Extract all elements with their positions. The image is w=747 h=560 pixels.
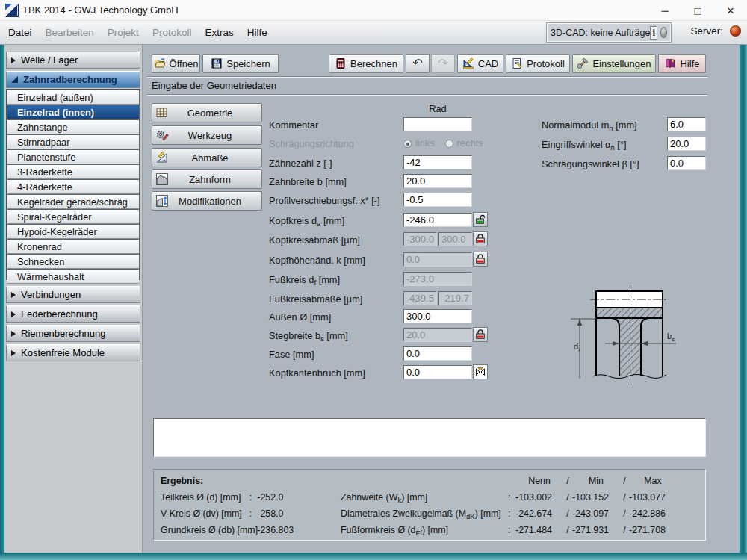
sidebar-item-stirnradpaar[interactable]: Stirnradpaar bbox=[7, 135, 139, 149]
column-header-rad: Rad bbox=[403, 103, 472, 114]
helix-angle-input[interactable] bbox=[667, 156, 706, 170]
web-width-lock-button[interactable] bbox=[473, 327, 488, 342]
menu-protokoll[interactable]: Protokoll bbox=[146, 23, 199, 42]
abmasse-button[interactable]: Abmaße bbox=[152, 148, 262, 167]
app-icon bbox=[5, 4, 19, 17]
teeth-label: Zähnezahl z [-] bbox=[269, 158, 332, 169]
profile-shift-label: Profilverschiebungsf. x* [-] bbox=[269, 195, 380, 206]
expanded-arrow-icon bbox=[11, 76, 18, 83]
addendum-change-lock-button[interactable] bbox=[473, 252, 488, 267]
addendum-change-input bbox=[403, 252, 472, 267]
radio-links-label: links bbox=[415, 137, 435, 149]
gear-tool-icon bbox=[155, 128, 169, 142]
tip-deviation-lock-button[interactable] bbox=[473, 231, 488, 246]
zahnform-button[interactable]: Zahnform bbox=[152, 169, 262, 189]
divider bbox=[147, 94, 707, 96]
sidebar-item-kronenrad[interactable]: Kronenrad bbox=[7, 240, 139, 254]
outer-diameter-input[interactable] bbox=[403, 309, 472, 323]
col-nenn: Nenn bbox=[515, 476, 563, 486]
sidebar-item-spiral-kegelraeder[interactable]: Spiral-Kegelräder bbox=[7, 210, 139, 224]
sidebar-item-hypoid-kegelraeder[interactable]: Hypoid-Kegelräder bbox=[7, 225, 139, 239]
menu-datei[interactable]: Datei bbox=[1, 23, 39, 42]
sidebar-item-kegelraeder[interactable]: Kegelräder gerade/schräg bbox=[7, 195, 139, 209]
pressure-angle-input[interactable] bbox=[667, 137, 706, 151]
werkzeug-button[interactable]: Werkzeug bbox=[152, 125, 262, 145]
result-value: : -258.0 bbox=[249, 508, 283, 519]
save-button[interactable]: Speichern bbox=[202, 54, 279, 73]
help-button[interactable]: Hilfe bbox=[658, 54, 706, 73]
sidebar-item-einzelrad-aussen[interactable]: Einzelrad (außen) bbox=[7, 90, 139, 105]
sidebar-section-kostenfreie-module[interactable]: Kostenfreie Module bbox=[6, 344, 140, 361]
menu-bearbeiten[interactable]: Bearbeiten bbox=[39, 23, 101, 42]
sidebar-section-verbindungen[interactable]: Verbindungen bbox=[6, 286, 140, 303]
modifikationen-button[interactable]: Modifikationen bbox=[152, 191, 262, 211]
results-column-headers: Nenn/ Min/ Max bbox=[508, 476, 677, 486]
profile-shift-input[interactable] bbox=[403, 193, 472, 207]
redo-button[interactable]: ↷ bbox=[431, 54, 455, 73]
menu-bar: Datei Bearbeiten Projekt Protokoll Extra… bbox=[0, 21, 747, 45]
sidebar-section-welle-lager[interactable]: Welle / Lager bbox=[6, 52, 140, 69]
close-button[interactable]: ✕ bbox=[714, 0, 747, 21]
menu-extras[interactable]: Extras bbox=[198, 23, 240, 42]
result-label: Zahnweite (Wk) [mm] bbox=[341, 492, 427, 503]
menu-projekt[interactable]: Projekt bbox=[101, 23, 146, 42]
minimize-icon: ─ bbox=[661, 5, 668, 16]
face-width-input[interactable] bbox=[403, 174, 472, 188]
undo-button[interactable]: ↶ bbox=[406, 54, 430, 73]
tip-deviation-lower-input bbox=[403, 232, 437, 246]
cad-button[interactable]: CAD bbox=[457, 54, 503, 73]
sidebar-item-3-raederkette[interactable]: 3-Räderkette bbox=[7, 165, 139, 179]
window-frame-bottom bbox=[0, 553, 747, 560]
collapsed-arrow-icon bbox=[11, 331, 16, 337]
result-label: Grundkreis Ø (db) [mm] bbox=[161, 525, 258, 535]
protocol-document-icon bbox=[511, 57, 523, 69]
tip-circle-lock-button[interactable] bbox=[473, 212, 488, 227]
application-window: TBK 2014 - GWJ Technology GmbH ─ □ ✕ Dat… bbox=[0, 0, 747, 560]
minimize-button[interactable]: ─ bbox=[648, 0, 681, 21]
comment-label: Kommentar bbox=[269, 119, 318, 131]
tip-deviation-upper-input bbox=[438, 232, 472, 246]
message-area bbox=[153, 418, 706, 457]
result-values: : -271.484/ -271.931/ -271.708 bbox=[508, 525, 677, 535]
radio-links bbox=[403, 140, 412, 148]
sidebar-item-waermehaushalt[interactable]: Wärmehaushalt bbox=[7, 270, 139, 284]
module-input[interactable] bbox=[667, 117, 706, 131]
collapsed-arrow-icon bbox=[11, 57, 16, 63]
cad-status-box: 3D-CAD: keine Aufträge i bbox=[547, 23, 671, 42]
tools-icon bbox=[577, 57, 589, 69]
result-values: : -103.002/ -103.152/ -103.077 bbox=[508, 492, 677, 503]
results-panel: Ergebnis: Nenn/ Min/ Max Teilkreis Ø (d)… bbox=[153, 469, 706, 541]
calculate-button[interactable]: Berechnen bbox=[329, 54, 403, 73]
root-circle-input bbox=[403, 272, 472, 286]
result-value: : -252.0 bbox=[249, 492, 283, 503]
radio-rechts bbox=[445, 140, 453, 148]
unlocked-icon bbox=[474, 214, 486, 225]
sidebar-item-4-raederkette[interactable]: 4-Räderkette bbox=[7, 180, 139, 194]
tip-edge-break-option-button[interactable] bbox=[473, 364, 488, 379]
sidebar-section-zahnradberechnung[interactable]: Zahnradberechnung bbox=[6, 71, 140, 88]
geometrie-button[interactable]: Geometrie bbox=[152, 103, 262, 122]
comment-input[interactable] bbox=[403, 117, 472, 131]
sidebar-item-planetenstufe[interactable]: Planetenstufe bbox=[7, 150, 139, 164]
col-min: Min bbox=[572, 476, 620, 486]
cad-status-lamp bbox=[660, 27, 667, 38]
sidebar-item-schnecken[interactable]: Schnecken bbox=[7, 255, 139, 269]
gear-section-drawing: di bs bbox=[560, 276, 725, 396]
sidebar-item-zahnstange[interactable]: Zahnstange bbox=[7, 120, 139, 134]
open-button[interactable]: Öffnen bbox=[152, 54, 200, 73]
result-label: Teilkreis Ø (d) [mm] bbox=[161, 492, 241, 503]
settings-button[interactable]: Einstellungen bbox=[572, 54, 656, 73]
sidebar-section-federberechnung[interactable]: Federberechnung bbox=[6, 305, 140, 323]
chamfer-input[interactable] bbox=[403, 346, 472, 361]
tip-circle-input[interactable] bbox=[403, 213, 472, 227]
maximize-button[interactable]: □ bbox=[681, 0, 714, 21]
sidebar-item-einzelrad-innen[interactable]: Einzelrad (innen) bbox=[7, 105, 139, 119]
cad-info-button[interactable]: i bbox=[650, 26, 657, 40]
sidebar-section-riemenberechnung[interactable]: Riemenberechnung bbox=[6, 325, 140, 342]
teeth-input[interactable] bbox=[403, 155, 472, 169]
protocol-button[interactable]: Protokoll bbox=[506, 54, 570, 73]
open-folder-icon bbox=[154, 57, 166, 69]
tip-edge-break-input[interactable] bbox=[403, 365, 472, 379]
calculator-icon bbox=[335, 57, 347, 69]
menu-hilfe[interactable]: Hilfe bbox=[241, 23, 274, 42]
